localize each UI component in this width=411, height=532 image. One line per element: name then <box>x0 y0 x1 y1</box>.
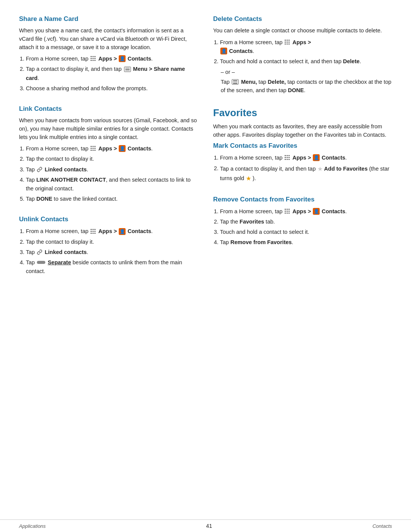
unlink-step-4: Tap Separate beside contacts to unlink t… <box>26 258 198 276</box>
share-name-card-section: Share a Name Card When you share a name … <box>19 15 198 93</box>
link-step-1: From a Home screen, tap Apps > 👤 Contact… <box>26 144 198 153</box>
footer-right: Contacts <box>373 523 392 529</box>
mark-favorites-title: Mark Contacts as Favorites <box>213 142 392 150</box>
link-step-3: Tap Linked contacts. <box>26 165 198 174</box>
remove-favorites-title: Remove Contacts from Favorites <box>213 196 392 203</box>
delete-section-steps: From a Home screen, tap Apps > 👤 Contact… <box>220 38 392 66</box>
star-empty-icon: ★ <box>317 166 323 172</box>
menu-icon-2 <box>232 79 239 85</box>
favorites-title: Favorites <box>213 107 392 119</box>
delete-or-divider: – or – <box>221 69 392 75</box>
apps-icon-5 <box>285 155 290 160</box>
favorites-section: Favorites When you mark contacts as favo… <box>213 107 392 247</box>
content-area: Share a Name Card When you share a name … <box>0 0 411 519</box>
link-icon-2 <box>37 249 42 255</box>
unlink-contacts-section: Unlink Contacts From a Home screen, tap … <box>19 216 198 276</box>
remove-fav-step-4: Tap Remove from Favorites. <box>220 238 392 247</box>
link-section-steps: From a Home screen, tap Apps > 👤 Contact… <box>26 144 198 203</box>
contacts-icon-1: 👤 <box>119 55 126 62</box>
remove-favorites-section: Remove Contacts from Favorites From a Ho… <box>213 196 392 247</box>
delete-contacts-section: Delete Contacts You can delete a single … <box>213 15 392 95</box>
apps-icon-3 <box>91 229 96 234</box>
share-step-3: Choose a sharing method and follow the p… <box>26 84 198 93</box>
delete-step-2: Touch and hold a contact to select it, a… <box>220 57 392 66</box>
link-section-title: Link Contacts <box>19 105 198 113</box>
share-step-1: From a Home screen, tap Apps > 👤 Contact… <box>26 54 198 63</box>
footer-left: Applications <box>19 523 46 529</box>
delete-section-intro: You can delete a single contact or choos… <box>213 27 392 35</box>
share-step-2: Tap a contact to display it, and then ta… <box>26 65 198 82</box>
contacts-icon-4: 👤 <box>220 48 227 54</box>
unlink-step-1: From a Home screen, tap Apps > 👤 Contact… <box>26 227 198 236</box>
delete-or-paragraph: Tap Menu, tap Delete, tap contacts or ta… <box>221 78 392 95</box>
apps-icon-1 <box>91 56 96 61</box>
delete-step-1: From a Home screen, tap Apps > 👤 Contact… <box>220 38 392 56</box>
contacts-icon-5: 👤 <box>313 154 320 161</box>
link-step-4: Tap LINK ANOTHER CONTACT, and then selec… <box>26 176 198 193</box>
link-contacts-section: Link Contacts When you have contacts fro… <box>19 105 198 203</box>
unlink-section-title: Unlink Contacts <box>19 216 198 223</box>
link-icon-1 <box>37 167 42 172</box>
remove-favorites-steps: From a Home screen, tap Apps > 👤 Contact… <box>220 207 392 247</box>
share-section-title: Share a Name Card <box>19 15 198 23</box>
apps-icon-6 <box>285 209 290 214</box>
favorites-intro: When you mark contacts as favorites, the… <box>213 123 392 139</box>
left-column: Share a Name Card When you share a name … <box>19 15 198 489</box>
unlink-step-2: Tap the contact to display it. <box>26 238 198 246</box>
unlink-section-steps: From a Home screen, tap Apps > 👤 Contact… <box>26 227 198 276</box>
mark-favorites-section: Mark Contacts as Favorites From a Home s… <box>213 142 392 183</box>
link-step-5: Tap DONE to save the linked contact. <box>26 195 198 203</box>
link-section-intro: When you have contacts from various sour… <box>19 117 198 141</box>
share-section-intro: When you share a name card, the contact'… <box>19 27 198 51</box>
link-step-2: Tap the contact to display it. <box>26 155 198 163</box>
remove-fav-step-1: From a Home screen, tap Apps > 👤 Contact… <box>220 207 392 216</box>
unlink-step-3: Tap Linked contacts. <box>26 248 198 257</box>
contacts-icon-3: 👤 <box>119 228 126 235</box>
page: Share a Name Card When you share a name … <box>0 0 411 532</box>
delete-section-title: Delete Contacts <box>213 15 392 23</box>
page-footer: Applications 41 Contacts <box>0 519 411 532</box>
mark-favorites-steps: From a Home screen, tap Apps > 👤 Contact… <box>220 153 392 183</box>
apps-icon-2 <box>91 146 96 151</box>
separate-icon <box>37 261 45 264</box>
contacts-icon-6: 👤 <box>313 208 320 215</box>
right-column: Delete Contacts You can delete a single … <box>213 15 392 489</box>
share-section-steps: From a Home screen, tap Apps > 👤 Contact… <box>26 54 198 93</box>
footer-page-number: 41 <box>206 523 212 529</box>
mark-fav-step-2: Tap a contact to display it, and then ta… <box>220 164 392 184</box>
mark-fav-step-1: From a Home screen, tap Apps > 👤 Contact… <box>220 153 392 162</box>
contacts-icon-2: 👤 <box>119 145 126 152</box>
apps-icon-4 <box>285 40 290 45</box>
star-gold-icon: ★ <box>246 175 251 182</box>
remove-fav-step-2: Tap the Favorites tab. <box>220 217 392 226</box>
remove-fav-step-3: Touch and hold a contact to select it. <box>220 228 392 236</box>
menu-icon-1 <box>124 67 131 72</box>
